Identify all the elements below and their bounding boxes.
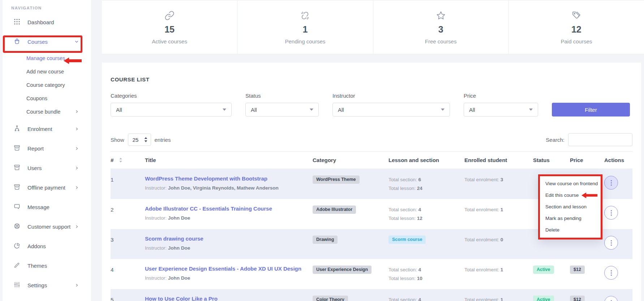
page-size-value: 25 [133,137,139,143]
row-actions-button[interactable] [604,236,618,250]
dropdown-caret-icon [441,109,445,111]
spinner-icon [144,137,147,142]
sidebar-item-courses[interactable]: Courses [3,32,91,51]
basket-icon [13,38,21,46]
filter-label: Categories [111,93,232,99]
sidebar-subitem-course-category[interactable]: Course category [3,78,91,92]
course-title-link[interactable]: How to Use Color Like a Pro [145,296,218,301]
stat-value: 1 [302,25,308,34]
row-actions-button[interactable] [604,296,618,301]
page-size-control: Show 25 entries [111,133,171,146]
sidebar-item-settings[interactable]: Settings [3,275,91,295]
status-badge: Active [533,296,554,301]
page-size-select[interactable]: 25 [128,133,151,146]
row-actions-button[interactable] [604,206,618,220]
sidebar-subitem-course-bundle[interactable]: Course bundle [3,105,91,118]
menu-item-section-lesson[interactable]: Section and lesson [545,201,601,213]
show-label: Show [111,137,124,143]
total-lesson-label: Total lesson: [388,186,416,191]
row-actions-menu: View course on frontend Edit this course… [538,174,602,239]
table-header-price[interactable]: Price [570,157,604,163]
price-select[interactable]: All [464,103,538,116]
table-header-category[interactable]: Category [313,157,388,163]
row-index: 3 [111,229,145,259]
chevron-right-icon [75,110,79,114]
annotation-arrow-manage-courses [64,57,82,64]
status-select[interactable]: All [245,103,319,116]
vertical-ellipsis-icon [611,242,612,243]
filter-bar: Categories All Status All Instructor All… [111,93,632,116]
total-enrolment-label: Total enrolment: [464,237,499,242]
total-section-label: Total section: [388,177,417,182]
total-section-value: 6 [418,177,421,182]
sidebar-subitem-add-new-course[interactable]: Add new course [3,65,91,78]
stats-cards: 15 Active courses 1 Pending courses 3 Fr… [102,0,644,54]
nav-section-label: NAVIGATION [3,0,91,10]
page-title: COURSE LIST [111,76,632,82]
menu-item-edit-course[interactable]: Edit this course [545,190,601,201]
row-index: 4 [111,259,145,289]
sidebar-item-dashboard[interactable]: Dashboard [3,12,91,32]
table-row: 4 User Experience Design Essentials - Ad… [111,259,632,289]
annotation-arrow-edit-course [581,192,597,199]
categories-select[interactable]: All [111,103,232,116]
sidebar-item-report[interactable]: Report [3,139,91,158]
table-header-enrolled[interactable]: Enrolled student [464,157,533,163]
stat-card-free-courses: 3 Free courses [373,0,509,54]
course-title-link[interactable]: Adobe Illustrator CC - Essentials Traini… [145,205,272,212]
menu-item-view-course[interactable]: View course on frontend [545,178,601,190]
subitem-label: Course bundle [26,109,60,115]
chevron-right-icon [75,283,79,287]
sort-icon[interactable] [119,158,122,162]
sidebar-item-themes[interactable]: Themes [3,256,91,275]
stat-label: Active courses [152,38,187,44]
sidebar-item-label: Message [27,204,50,210]
sliders-icon [13,281,21,289]
sidebar-item-label: Addons [27,243,46,249]
table-header-lesson[interactable]: Lesson and section [388,157,464,163]
category-badge: Color Theory [313,296,348,301]
price-badge: $12 [570,266,585,274]
instructor-names: John Doe [168,245,190,251]
menu-item-delete[interactable]: Delete [545,224,601,236]
sidebar-item-enrolment[interactable]: Enrolment [3,119,91,139]
selected-value: All [469,107,475,113]
row-actions-button[interactable] [604,266,618,280]
paintbrush-icon [13,262,21,270]
total-enrolment-value: 1 [501,297,503,301]
dropdown-caret-icon [310,109,313,111]
filter-button[interactable]: Filter [552,103,630,116]
vertical-ellipsis-icon [611,182,612,183]
total-lesson-value: 12 [417,216,422,221]
course-title-link[interactable]: WordPress Theme Development with Bootstr… [145,175,267,182]
course-title-link[interactable]: User Experience Design Essentials - Adob… [145,266,301,272]
filter-label: Price [464,93,538,99]
sidebar-item-message[interactable]: Message [3,197,91,217]
sidebar-item-addons[interactable]: Addons [3,236,91,256]
row-actions-button[interactable] [604,176,618,190]
category-badge: Adobe Illustrator [313,205,356,214]
instructor-select[interactable]: All [332,103,450,116]
course-title-link[interactable]: Scorm drawing course [145,236,203,242]
sidebar-item-label: Offline payment [27,185,65,191]
sidebar-subitem-coupons[interactable]: Coupons [3,92,91,105]
subitem-label: Coupons [26,96,47,101]
sidebar-item-customer-support[interactable]: Customer support [3,217,91,236]
archive-icon [13,164,21,172]
selected-value: All [116,107,122,113]
menu-item-mark-pending[interactable]: Mark as pending [545,213,601,224]
sidebar-item-users[interactable]: Users [3,158,91,178]
tags-icon [571,10,581,21]
filter-price: Price All [464,93,538,116]
instructor-label: Instructor: [145,185,167,191]
search-input[interactable] [568,133,632,146]
sidebar-item-offline-payment[interactable]: Offline payment [3,178,91,197]
stat-card-active-courses: 15 Active courses [102,0,237,54]
stat-value: 3 [438,25,443,34]
vertical-ellipsis-icon [611,272,612,274]
pie-chart-icon [13,242,21,250]
category-badge: Drawing [313,236,338,244]
table-header-title[interactable]: Title [145,157,313,163]
chevron-right-icon [75,186,79,190]
table-header-status[interactable]: Status [533,157,570,163]
